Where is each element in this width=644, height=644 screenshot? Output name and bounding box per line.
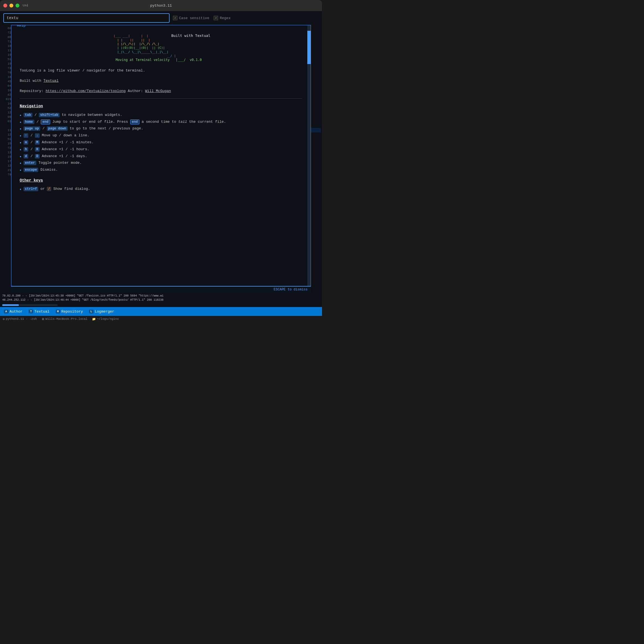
status-bar: ⚙ python3.11 · -zsh 🖥 Wills-MacBook-Pro.… <box>0 316 322 322</box>
content-wrapper: 66. 72. 88. 71. 105 116 195 51. 192 73. … <box>0 25 322 293</box>
dismiss-text: ESCAPE to dismiss <box>274 288 308 292</box>
bullet-icon: ● <box>20 155 21 159</box>
search-input[interactable] <box>7 16 166 20</box>
help-panel: Help |___ ___| | | Built with Textual | … <box>11 25 311 286</box>
case-sensitive-checkbox[interactable]: ✗ <box>173 16 177 20</box>
key-item-content: home / end Jump to start or end of file.… <box>24 119 226 125</box>
search-bar: ✗ Case sensitive ✗ Regex <box>0 11 322 25</box>
tab-key: tab <box>24 113 32 117</box>
regex-option[interactable]: ✗ Regex <box>214 16 231 20</box>
progress-fill <box>2 304 19 306</box>
tab-repository[interactable]: R Repository <box>53 308 86 315</box>
log-bottom-line1: 70.82.8.200 - - [29/Jan/2024:13:45:30 +0… <box>2 294 320 298</box>
key-item-h: ● h / H Advance +1 / -1 hours. <box>20 147 302 152</box>
bullet-icon: ● <box>20 161 21 166</box>
H-key: H <box>35 147 40 152</box>
tab-textual[interactable]: T Textual <box>26 308 52 315</box>
bullet-icon: ● <box>20 168 21 173</box>
bullet-icon: ● <box>20 113 21 118</box>
tab-logmerger[interactable]: L Logmerger <box>86 308 117 315</box>
key-item-content: tab / shift+tab to navigate between widg… <box>24 112 122 118</box>
textual-link[interactable]: Textual <box>44 79 59 83</box>
case-sensitive-option[interactable]: ✗ Case sensitive <box>173 16 209 20</box>
log-bottom-line2: 46.244.252.112 - - [29/Jan/2024:13:46:44… <box>2 298 320 302</box>
h-key: h <box>24 147 28 152</box>
key-item-pageup: ● page up / page down to go to the next … <box>20 126 302 132</box>
M-key: M <box>35 140 40 145</box>
key-item-content: ctrl+f or / Show find dialog. <box>24 186 90 192</box>
key-item-m: ● m / M Advance +1 / -1 minutes. <box>20 140 302 145</box>
other-keys-list: ● ctrl+f or / Show find dialog. <box>20 186 302 192</box>
folder-icon: 📁 <box>92 317 96 321</box>
key-item-content: enter Toggle pointer mode. <box>24 160 82 166</box>
escape-key: escape <box>24 168 38 172</box>
navigation-key-list: ● tab / shift+tab to navigate between wi… <box>20 112 302 173</box>
close-button[interactable] <box>3 4 7 7</box>
key-item-content: d / D Advance +1 / -1 days. <box>24 154 87 159</box>
key-item-d: ● d / D Advance +1 / -1 days. <box>20 154 302 159</box>
end-key2: end <box>130 119 140 124</box>
window-title: python3.11 <box>150 4 172 8</box>
other-keys-title: Other keys <box>20 177 302 183</box>
tab-key-a: A <box>4 310 9 313</box>
end-key: end <box>41 119 50 124</box>
minimize-button[interactable] <box>9 4 13 7</box>
main-area: ✗ Case sensitive ✗ Regex 66. 72. 88. 71.… <box>0 11 322 322</box>
home-key: home <box>24 120 34 124</box>
built-with-para: Built with Textual <box>20 78 302 84</box>
pageup-key: page up <box>24 126 40 131</box>
progress-bar-container <box>0 303 322 307</box>
bullet-icon: ● <box>20 134 21 138</box>
help-scrollbar[interactable] <box>307 25 311 286</box>
regex-checkbox[interactable]: ✗ <box>214 16 218 20</box>
monitor-icon: 🖥 <box>41 317 44 321</box>
tab-label-textual: Textual <box>34 310 50 314</box>
help-separator <box>20 98 302 99</box>
regex-label: Regex <box>220 16 231 20</box>
repository-link[interactable]: https://github.com/Textualize/toolong <box>46 89 126 93</box>
search-input-container[interactable] <box>3 13 170 23</box>
maximize-button[interactable] <box>16 4 19 7</box>
tab-label-author: Author <box>10 310 23 314</box>
help-content[interactable]: |___ ___| | | Built with Textual | | || … <box>11 25 311 286</box>
pagedown-key: page down <box>47 126 68 131</box>
ascii-art: |___ ___| | | Built with Textual | | || … <box>112 34 210 62</box>
search-options: ✗ Case sensitive ✗ Regex <box>173 16 231 20</box>
scrollbar-thumb <box>307 31 311 64</box>
status-path-label: ~/logs/nginx <box>97 317 119 321</box>
key-item-content: m / M Advance +1 / -1 minutes. <box>24 140 94 145</box>
built-with-text: Built with Textual <box>171 34 210 38</box>
status-host-label: Wills-MacBook-Pro.local <box>45 317 88 321</box>
enter-key: enter <box>24 161 36 165</box>
key-item-content: page up / page down to go to the next / … <box>24 126 143 132</box>
navigation-title: Navigation <box>20 103 302 109</box>
key-item-home: ● home / end Jump to start or end of fil… <box>20 119 302 125</box>
bullet-icon: ● <box>20 120 21 125</box>
case-sensitive-label: Case sensitive <box>179 16 209 20</box>
D-key: D <box>35 154 40 159</box>
key-item-content: ↑ / ↓ Move up / down a line. <box>24 133 89 139</box>
slash-key: / <box>47 187 51 191</box>
shortcut-label: ⌥⌘4 <box>22 4 28 8</box>
traffic-lights <box>3 4 19 7</box>
built-with-label: Built with <box>20 79 41 83</box>
author-label: Author: <box>128 89 143 93</box>
log-bottom: 70.82.8.200 - - [29/Jan/2024:13:45:30 +0… <box>0 293 322 303</box>
bullet-icon: ● <box>20 141 21 145</box>
ctrlf-key: ctrl+f <box>24 187 38 191</box>
python-icon: ⚙ <box>3 317 5 321</box>
tab-label-repository: Repository <box>61 310 83 314</box>
repository-label: Repository: <box>20 89 44 93</box>
shift-tab-key: shift+tab <box>39 113 60 117</box>
status-python-label: python3.11 · -zsh <box>6 317 37 321</box>
key-item-arrows: ● ↑ / ↓ Move up / down a line. <box>20 133 302 139</box>
bullet-icon: ● <box>20 127 21 131</box>
tab-author[interactable]: A Author <box>1 308 25 315</box>
help-description: TooLong is a log file viewer / navigator… <box>20 68 302 74</box>
key-item-escape: ● escape Dismiss. <box>20 167 302 173</box>
tail-text: tail <box>178 120 187 124</box>
author-link[interactable]: Will McGugan <box>145 89 171 93</box>
down-key: ↓ <box>35 133 40 138</box>
tab-key-t: T <box>29 310 33 313</box>
key-item-enter: ● enter Toggle pointer mode. <box>20 160 302 166</box>
